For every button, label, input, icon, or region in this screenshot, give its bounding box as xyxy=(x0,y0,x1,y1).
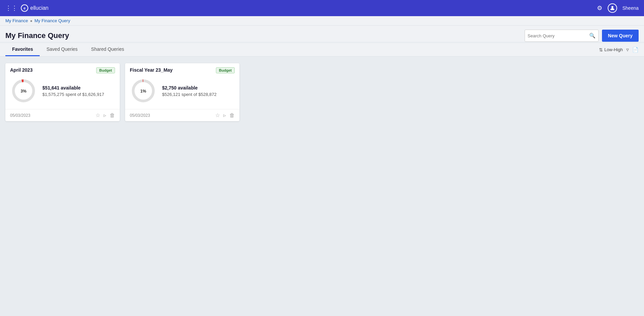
card-body: 3% $51,641 available $1,575,275 spent of… xyxy=(5,76,120,109)
ellucian-logo: e ellucian xyxy=(21,4,48,12)
tab-shared[interactable]: Shared Queries xyxy=(84,43,131,56)
grid-icon[interactable]: ⋮⋮ xyxy=(5,4,17,12)
page-title: My Finance Query xyxy=(5,31,69,40)
stat-available: $51,641 available xyxy=(42,85,115,91)
query-card: April 2023 Budget 3% $51,641 available $… xyxy=(5,63,120,121)
avatar[interactable] xyxy=(608,3,617,13)
ellucian-name: ellucian xyxy=(30,5,48,11)
card-badge: Budget xyxy=(96,67,115,73)
settings-icon[interactable]: ⚙ xyxy=(597,4,602,12)
favorite-icon[interactable]: ☆ xyxy=(96,112,100,118)
breadcrumb-current-link[interactable]: My Finance Query xyxy=(34,18,70,23)
search-button[interactable]: 🔍 xyxy=(589,33,596,39)
card-actions: ☆ ▹ 🗑 xyxy=(215,112,235,118)
new-query-button[interactable]: New Query xyxy=(602,30,639,42)
card-badge: Budget xyxy=(216,67,235,73)
card-title: April 2023 xyxy=(10,67,33,73)
card-stats: $2,750 available $526,121 spent of $528,… xyxy=(162,85,235,97)
card-header: April 2023 Budget xyxy=(5,63,120,76)
share-icon[interactable]: ▹ xyxy=(104,112,106,118)
tab-saved[interactable]: Saved Queries xyxy=(40,43,84,56)
card-date: 05/03/2023 xyxy=(130,113,150,118)
donut-chart: 1% xyxy=(130,77,157,104)
share-icon[interactable]: ▹ xyxy=(223,112,226,118)
search-input[interactable] xyxy=(528,33,589,38)
query-card: Fiscal Year 23_May Budget 1% $2,750 avai… xyxy=(125,63,239,121)
card-actions: ☆ ▹ 🗑 xyxy=(96,112,115,118)
card-footer: 05/03/2023 ☆ ▹ 🗑 xyxy=(5,109,120,121)
card-date: 05/03/2023 xyxy=(10,113,30,118)
card-title: Fiscal Year 23_May xyxy=(130,67,173,73)
page-header: My Finance Query 🔍 New Query xyxy=(0,26,644,42)
svg-text:1%: 1% xyxy=(140,89,146,94)
donut-svg: 3% xyxy=(10,77,37,104)
delete-icon[interactable]: 🗑 xyxy=(110,112,115,118)
sort-label: Low-High xyxy=(604,47,623,52)
card-footer: 05/03/2023 ☆ ▹ 🗑 xyxy=(125,109,239,121)
breadcrumb-separator: ● xyxy=(30,19,32,23)
stat-available: $2,750 available xyxy=(162,85,235,91)
sort-control[interactable]: ⇅ Low-High xyxy=(599,47,623,52)
filter-icon[interactable]: ▿ xyxy=(626,46,629,53)
ellucian-circle-icon: e xyxy=(21,4,28,12)
card-body: 1% $2,750 available $526,121 spent of $5… xyxy=(125,76,239,109)
favorite-icon[interactable]: ☆ xyxy=(215,112,220,118)
stat-spent: $1,575,275 spent of $1,626,917 xyxy=(42,92,115,97)
card-stats: $51,641 available $1,575,275 spent of $1… xyxy=(42,85,115,97)
tab-actions: ⇅ Low-High ▿ 📄 xyxy=(599,46,639,53)
breadcrumb-parent-link[interactable]: My Finance xyxy=(5,18,28,23)
donut-svg: 1% xyxy=(130,77,157,104)
username: Sheena xyxy=(622,5,639,11)
search-box: 🔍 xyxy=(525,30,599,42)
tabs: Favorites Saved Queries Shared Queries xyxy=(5,43,131,56)
sort-icon: ⇅ xyxy=(599,47,603,52)
topbar-left: ⋮⋮ e ellucian xyxy=(5,4,48,12)
tab-bar: Favorites Saved Queries Shared Queries ⇅… xyxy=(0,43,644,57)
topbar-right: ⚙ Sheena xyxy=(597,3,639,13)
svg-point-0 xyxy=(611,6,613,8)
header-actions: 🔍 New Query xyxy=(525,30,639,42)
breadcrumb: My Finance ● My Finance Query xyxy=(0,16,644,26)
donut-chart: 3% xyxy=(10,77,37,104)
card-header: Fiscal Year 23_May Budget xyxy=(125,63,239,76)
tab-favorites[interactable]: Favorites xyxy=(5,43,40,56)
svg-text:3%: 3% xyxy=(21,89,27,94)
delete-icon[interactable]: 🗑 xyxy=(229,112,235,118)
stat-spent: $526,121 spent of $528,872 xyxy=(162,92,235,97)
main-content: April 2023 Budget 3% $51,641 available $… xyxy=(0,57,644,312)
topbar: ⋮⋮ e ellucian ⚙ Sheena xyxy=(0,0,644,16)
export-icon[interactable]: 📄 xyxy=(632,47,639,53)
